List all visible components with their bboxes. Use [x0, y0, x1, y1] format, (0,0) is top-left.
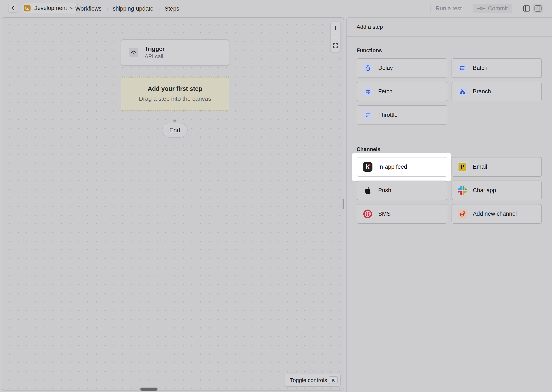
step-button-label: Throttle: [378, 112, 398, 118]
add-new-channel-button[interactable]: Add new channel: [451, 204, 542, 224]
commit-button[interactable]: Commit: [473, 4, 512, 13]
sidebar-title: Add a step: [347, 18, 552, 37]
breadcrumb-separator: ›: [106, 6, 108, 12]
trigger-subtitle: API call: [145, 53, 165, 60]
functions-section-label: Functions: [356, 47, 552, 54]
zoom-in-button[interactable]: +: [331, 23, 340, 32]
channel-email-button[interactable]: P Email: [451, 157, 542, 177]
function-throttle-button[interactable]: Throttle: [357, 105, 447, 125]
sidebar-scrollbar-track[interactable]: [550, 20, 550, 390]
trigger-step-node[interactable]: <> Trigger API call: [121, 39, 229, 66]
commit-label: Commit: [488, 5, 508, 12]
toggle-left-panel-button[interactable]: [522, 4, 531, 13]
step-button-label: In-app feed: [378, 164, 407, 170]
chevron-left-icon: [10, 5, 16, 11]
delay-timer-icon: [363, 63, 372, 73]
toggle-controls-label: Toggle controls: [290, 377, 327, 384]
step-button-label: Add new channel: [473, 211, 517, 217]
edge-connector: [175, 66, 175, 77]
panel-left-icon: [523, 5, 530, 12]
fit-view-icon: [333, 43, 338, 49]
step-button-label: Fetch: [378, 88, 392, 95]
channel-push-button[interactable]: Push: [357, 181, 447, 200]
toggle-controls-button[interactable]: Toggle controls K: [284, 374, 341, 387]
horizontal-scrollbar-thumb[interactable]: [140, 388, 158, 391]
slack-logo-icon: [458, 186, 467, 195]
environment-switcher[interactable]: Development: [22, 3, 78, 13]
functions-grid: Delay Batch Fetch: [347, 58, 552, 125]
topbar-actions: Run a test Commit: [430, 4, 543, 13]
dropzone-subtitle: Drag a step into the canvas: [139, 95, 211, 102]
code-icon: <>: [129, 48, 138, 57]
edge-arrow: [172, 111, 177, 124]
add-channel-blocks-icon: [458, 209, 467, 219]
step-button-label: Push: [378, 187, 391, 194]
breadcrumb-workflows[interactable]: Workflows: [75, 6, 102, 12]
breadcrumb-workflow-name[interactable]: shipping-update: [113, 6, 153, 12]
breadcrumb-separator: ›: [158, 6, 160, 12]
channel-sms-button[interactable]: SMS: [357, 204, 447, 224]
toggle-right-panel-button[interactable]: [533, 4, 543, 13]
twilio-logo-icon: [363, 209, 372, 219]
topbar-divider: [517, 5, 517, 12]
commit-node-icon: [477, 7, 486, 10]
postmark-logo-icon: P: [458, 162, 467, 172]
throttle-lines-icon: [363, 110, 372, 120]
function-branch-button[interactable]: Branch: [451, 82, 542, 101]
branch-tree-icon: [458, 87, 467, 96]
knock-logo-icon: k: [363, 162, 372, 172]
add-step-sidebar: Add a step Functions Delay Batch: [346, 17, 552, 392]
shortcut-keycap: K: [329, 376, 338, 384]
topbar: Development Workflows › shipping-update …: [0, 0, 552, 17]
back-button[interactable]: [8, 4, 18, 13]
fetch-arrows-icon: [363, 87, 372, 96]
chevron-down-icon: [70, 7, 74, 9]
step-button-label: SMS: [378, 211, 391, 217]
apple-logo-icon: [363, 186, 372, 195]
trigger-title: Trigger: [145, 45, 165, 53]
knock-dot: [368, 164, 370, 166]
add-first-step-dropzone[interactable]: Add your first step Drag a step into the…: [121, 77, 229, 111]
end-node[interactable]: End: [162, 123, 188, 138]
function-delay-button[interactable]: Delay: [357, 58, 447, 78]
step-button-label: Delay: [378, 65, 393, 71]
workflow-canvas[interactable]: <> Trigger API call Add your first step …: [2, 17, 344, 391]
environment-label: Development: [33, 5, 67, 11]
step-button-label: Email: [473, 164, 487, 170]
environment-folder-icon: [24, 5, 30, 11]
vertical-scrollbar-thumb[interactable]: [342, 199, 344, 209]
step-button-label: Chat app: [473, 187, 496, 194]
function-batch-button[interactable]: Batch: [451, 58, 542, 78]
channel-in-app-feed-button[interactable]: k In-app feed: [357, 157, 447, 177]
step-button-label: Branch: [473, 88, 491, 95]
run-test-button[interactable]: Run a test: [430, 4, 467, 13]
panel-right-icon: [534, 5, 542, 12]
function-fetch-button[interactable]: Fetch: [357, 82, 447, 101]
dropzone-title: Add your first step: [148, 85, 203, 92]
batch-list-icon: [458, 63, 467, 73]
canvas-zoom-controls: + −: [330, 21, 341, 52]
breadcrumb: Workflows › shipping-update › Steps: [75, 0, 179, 17]
zoom-out-button[interactable]: −: [331, 33, 340, 41]
channels-section-label: Channels: [356, 146, 552, 152]
channel-chat-app-button[interactable]: Chat app: [451, 181, 542, 200]
breadcrumb-steps[interactable]: Steps: [165, 6, 179, 12]
step-button-label: Batch: [473, 65, 487, 71]
fit-view-button[interactable]: [331, 42, 340, 50]
